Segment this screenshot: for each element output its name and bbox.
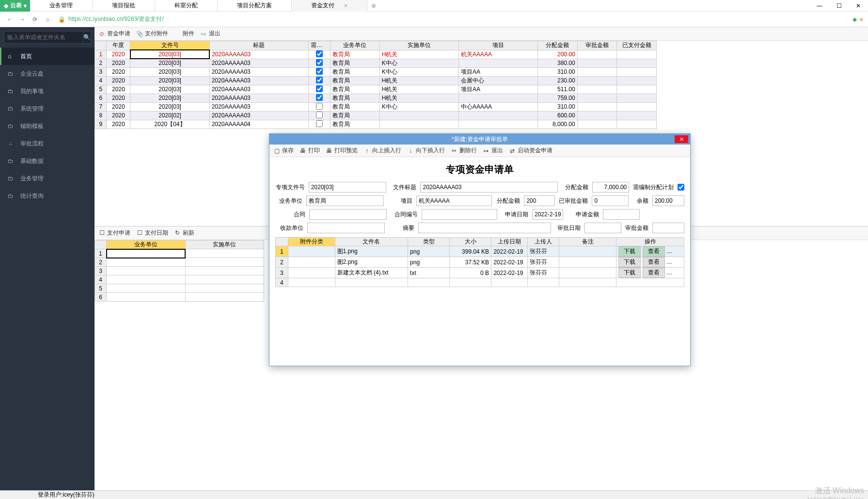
row-checkbox[interactable] — [316, 77, 323, 83]
att-type[interactable]: png — [408, 257, 450, 268]
lower-cell[interactable] — [107, 275, 185, 284]
row-checkbox[interactable] — [316, 112, 323, 118]
att-row[interactable]: 2图2.pngpng37.52 KB2022-02-19张芬芬下载 查看 删除 — [276, 257, 684, 268]
app-dropdown-icon[interactable]: ▾ — [24, 2, 27, 9]
cell-year[interactable]: 2020 — [107, 67, 130, 76]
cell-paid[interactable] — [617, 111, 657, 120]
cell-approve[interactable] — [577, 67, 617, 76]
att-action-1[interactable]: 查看 — [643, 257, 665, 267]
cell-proj[interactable]: 机关AAAAA — [458, 50, 537, 59]
cell-paid[interactable] — [617, 76, 657, 85]
row-checkbox[interactable] — [316, 103, 323, 110]
tab-close-icon[interactable]: × — [344, 2, 347, 9]
cell-title[interactable]: 2020AAAAA03 — [209, 94, 308, 102]
col-header[interactable]: 分配金额 — [538, 41, 578, 50]
cell-title[interactable]: 2020AAAAA03 — [209, 85, 308, 94]
cell-amt[interactable]: 200.00 — [538, 50, 578, 59]
row-checkbox[interactable] — [316, 120, 323, 127]
lower-cell[interactable] — [107, 284, 185, 293]
tab-4[interactable]: 资金支付× — [292, 0, 367, 12]
grid-row[interactable]: 520202020[03]2020AAAAA03教育局H机关项目AA511.00 — [95, 85, 657, 94]
tab-add-button[interactable]: ⊕ — [367, 2, 380, 9]
cell-impl[interactable]: K中心 — [379, 59, 458, 67]
att-cat[interactable] — [288, 246, 335, 257]
att-action-1[interactable]: 查看 — [643, 246, 665, 257]
main-grid[interactable]: 年度文件号标题需编制分配计划业务单位实施单位项目分配金额审批金额已支付金额120… — [95, 41, 657, 129]
addr-icon-1[interactable]: ◆ — [852, 16, 857, 23]
input-payee[interactable] — [307, 223, 385, 233]
att-col-header[interactable]: 备注 — [559, 238, 616, 246]
cell-impl[interactable] — [379, 111, 458, 120]
dlg-toolbar-btn-2[interactable]: 🖶打印预览 — [326, 146, 358, 155]
row-checkbox[interactable] — [316, 85, 323, 92]
cell-unit[interactable]: 教育局 — [330, 76, 379, 85]
cell-file[interactable]: 2020[03] — [130, 59, 209, 67]
lower-row[interactable]: 1 — [95, 249, 264, 258]
cell-approve[interactable] — [577, 85, 617, 94]
sidebar-item-7[interactable]: 🗀业务管理 — [0, 170, 95, 187]
dialog-close-button[interactable]: ✕ — [675, 135, 688, 143]
input-contract[interactable] — [309, 209, 387, 220]
att-type[interactable]: png — [408, 246, 450, 257]
att-size[interactable]: 0 B — [450, 268, 491, 278]
lower-cell[interactable] — [185, 284, 264, 293]
input-unit[interactable] — [306, 195, 384, 206]
input-approve-amt[interactable] — [652, 223, 684, 233]
lower-cell[interactable] — [107, 267, 185, 275]
att-user[interactable]: 张芬芬 — [528, 246, 559, 257]
cell-approve[interactable] — [577, 59, 617, 67]
cell-amt[interactable]: 380.00 — [538, 59, 578, 67]
sidebar-item-1[interactable]: 🗀企业云盘 — [0, 65, 95, 82]
lower-row[interactable]: 4 — [95, 275, 264, 284]
att-row[interactable]: 4 — [276, 278, 684, 287]
toolbar-btn-1[interactable]: 📎支付附件 — [136, 30, 168, 38]
att-date[interactable]: 2022-02-19 — [491, 246, 528, 257]
checkbox-need-plan[interactable] — [678, 184, 684, 191]
sidebar-search-input[interactable] — [4, 31, 83, 44]
att-col-header[interactable]: 大小 — [450, 238, 491, 246]
att-col-header[interactable]: 上传日期 — [491, 238, 528, 246]
cell-impl[interactable]: H机关 — [379, 50, 458, 59]
cell-amt[interactable]: 8,000.00 — [538, 120, 578, 129]
lower-row[interactable]: 3 — [95, 267, 264, 275]
cell-year[interactable]: 2020 — [107, 111, 130, 120]
lower-toolbar-btn-0[interactable]: ☐支付申请 — [98, 229, 130, 237]
col-header[interactable]: 需编制分配计划 — [308, 41, 330, 50]
toolbar-btn-2[interactable]: 附件 — [174, 30, 194, 38]
att-col-header[interactable]: 上传人 — [528, 238, 559, 246]
input-approve-date[interactable] — [584, 223, 621, 233]
cell-title[interactable]: 2020AAAAA03 — [209, 67, 308, 76]
cell-paid[interactable] — [617, 120, 657, 129]
cell-paid[interactable] — [617, 94, 657, 102]
lower-col-header[interactable]: 业务单位 — [107, 240, 185, 249]
cell-impl[interactable] — [379, 120, 458, 129]
att-name[interactable]: 图1.png — [335, 246, 408, 257]
cell-year[interactable]: 2020 — [107, 94, 130, 102]
cell-file[interactable]: 2020[03] — [130, 67, 209, 76]
window-close-button[interactable]: ✕ — [849, 0, 868, 12]
sidebar-search-button[interactable]: 🔍 — [83, 31, 91, 44]
lower-cell[interactable] — [107, 249, 185, 258]
lower-row[interactable]: 2 — [95, 258, 264, 267]
cell-approve[interactable] — [577, 94, 617, 102]
cell-chk[interactable] — [308, 50, 330, 59]
cell-year[interactable]: 2020 — [107, 59, 130, 67]
cell-unit[interactable]: 教育局 — [330, 59, 379, 67]
att-note[interactable] — [559, 278, 616, 287]
att-action-0[interactable]: 下载 — [618, 268, 641, 278]
url-box[interactable]: 🔒 https://cc.iyunbiao.cn/9283/资金支付/ — [54, 15, 849, 23]
lower-cell[interactable] — [185, 267, 264, 275]
att-date[interactable]: 2022-02-19 — [491, 268, 528, 278]
att-col-header[interactable]: 操作 — [616, 238, 684, 246]
att-user[interactable] — [528, 278, 559, 287]
lower-toolbar-btn-2[interactable]: ↻刷新 — [174, 229, 194, 237]
cell-year[interactable]: 2020 — [107, 102, 130, 111]
cell-proj[interactable]: 会展中心 — [458, 76, 537, 85]
att-cat[interactable] — [288, 278, 335, 287]
cell-chk[interactable] — [308, 94, 330, 102]
cell-impl[interactable]: K中心 — [379, 102, 458, 111]
cell-proj[interactable] — [458, 94, 537, 102]
att-note[interactable] — [559, 257, 616, 268]
lower-toolbar-btn-1[interactable]: ☐支付日期 — [136, 229, 168, 237]
cell-unit[interactable]: 教育局 — [330, 111, 379, 120]
